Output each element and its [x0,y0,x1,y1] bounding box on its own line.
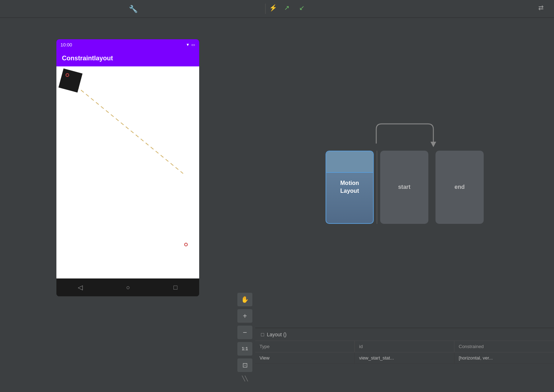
zoom-out-icon: − [243,328,247,337]
resize-handle: ╲╲ [242,376,248,381]
end-dot [184,243,188,246]
svg-text:⇄: ⇄ [538,4,544,11]
table-row[interactable]: View view_start_stat... [horizontal, ver… [255,352,554,364]
end-card[interactable]: end [435,151,484,224]
loop-arrow-svg [348,122,462,151]
zoom-reset-button[interactable]: 1:1 [237,342,252,356]
motion-diagram-area: MotionLayout start end [255,18,554,328]
end-label: end [454,184,464,190]
properties-panel: □ Layout () Type id Constrained View [255,328,554,392]
app-title: Constraintlayout [62,55,113,62]
status-time: 10:00 [61,42,186,47]
zoom-toolbar: ✋ + − 1:1 ⊡ ╲╲ [235,292,255,381]
cell-constrained: [horizontal, ver... [454,352,554,363]
wifi-icon: ▼ [186,42,190,47]
panel-title: Layout () [267,332,286,337]
right-panel: MotionLayout start end □ Layout () [255,18,554,392]
motion-layout-label: MotionLayout [340,179,359,195]
battery-icon: ▭ [191,42,195,47]
panel-header: □ Layout () [255,328,554,341]
object-dot [65,73,69,77]
cell-id: view_start_stat... [355,352,454,363]
card-separator [377,151,377,224]
left-panel: 10:00 ▼ ▭ Constraintlayout [0,18,255,392]
convert-icon[interactable]: ⇄ [538,4,548,14]
svg-text:↗: ↗ [284,4,289,11]
app-bar: Constraintlayout [56,50,199,66]
flow-diagram: MotionLayout start end [326,151,484,224]
start-label: start [398,184,411,190]
add-constraint-icon[interactable]: ⚡ [269,4,279,14]
nav-bar: ◁ ○ □ [56,278,199,296]
column-type: Type [255,341,355,352]
motion-layout-card[interactable]: MotionLayout [326,151,374,224]
svg-line-4 [76,86,183,174]
zoom-reset-label: 1:1 [242,346,248,351]
motion-object [58,69,82,92]
status-icons: ▼ ▭ [186,42,195,47]
loop-arrow-container [330,122,480,151]
pan-icon: ✋ [241,296,249,303]
nav-recent-button[interactable]: □ [173,284,177,291]
nav-home-button[interactable]: ○ [126,284,130,291]
column-constrained: Constrained [454,341,554,352]
pan-tool-button[interactable]: ✋ [237,293,252,306]
zoom-in-button[interactable]: + [237,309,252,323]
top-toolbar: 🔧 ⚡ ↗ ↙ ⇄ [0,0,554,18]
layout-panel-icon: □ [261,332,264,337]
zoom-in-icon: + [243,312,247,320]
svg-text:↙: ↙ [299,4,304,11]
svg-marker-5 [430,142,436,147]
svg-text:⚡: ⚡ [269,4,277,12]
column-id: id [355,341,454,352]
add-transition-icon[interactable]: ↙ [299,4,309,14]
fit-icon: ⊡ [242,361,248,369]
main-content: 10:00 ▼ ▭ Constraintlayout [0,18,554,392]
phone-content [56,66,199,278]
phone-frame: 10:00 ▼ ▭ Constraintlayout [56,39,199,296]
start-card[interactable]: start [380,151,428,224]
wrench-icon: 🔧 [129,5,138,13]
nav-back-button[interactable]: ◁ [78,283,83,291]
cell-type: View [255,352,355,363]
zoom-out-button[interactable]: − [237,326,252,339]
add-state-icon[interactable]: ↗ [284,4,294,14]
fit-screen-button[interactable]: ⊡ [237,358,252,372]
status-bar: 10:00 ▼ ▭ [56,39,199,50]
table-header: Type id Constrained [255,341,554,352]
motion-path-svg [56,66,199,278]
motion-card-header [326,151,373,173]
